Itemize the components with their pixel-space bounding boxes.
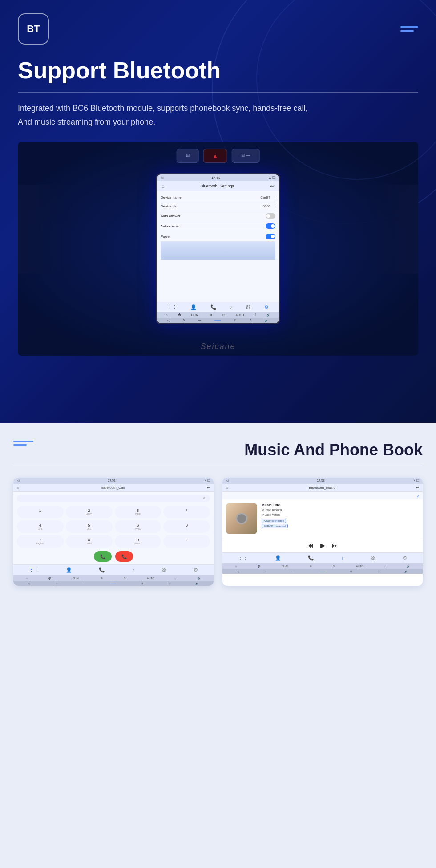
dial-8[interactable]: 8TUV bbox=[66, 535, 113, 548]
screen-ac-bar2: ◁ 0 — —— ⊓ 0 🔊 bbox=[157, 318, 279, 323]
music-ac2-back: ◁ bbox=[237, 570, 239, 573]
ac2-zero: 0 bbox=[183, 319, 185, 322]
section-divider bbox=[13, 466, 423, 466]
music-info: Music Title Music Album Music Artist A2D… bbox=[262, 503, 419, 529]
music-time: 17:53 bbox=[317, 479, 325, 483]
music-ac-snow: ❄ bbox=[310, 564, 312, 568]
music-nav-phone: 📞 bbox=[308, 555, 314, 561]
bt-logo: BT bbox=[18, 13, 49, 45]
call-nav-contacts: 👤 bbox=[66, 567, 72, 573]
car-display: ⊞ ⊞ — ◁ 17:53 ∧ ☐ ⌂ Bluetooth_Settings ↩ bbox=[18, 142, 418, 356]
music-ac-vol: 🔊 bbox=[407, 564, 410, 568]
device-name-row: Device name CarBT › bbox=[161, 193, 275, 202]
call-home-icon: ⌂ bbox=[17, 486, 19, 490]
auto-answer-row: Auto answer bbox=[161, 211, 275, 221]
menu-button[interactable] bbox=[400, 26, 418, 32]
call-nav-settings: ⚙ bbox=[194, 567, 198, 573]
bottom-section: Music And Phone Book ◁ 17:53 ∧ ☐ ⌂ Bluet… bbox=[0, 423, 436, 868]
screen-bottom-nav: ⋮⋮ 👤 📞 ♪ ⛓ ⚙ bbox=[157, 302, 279, 312]
search-placeholder bbox=[21, 496, 22, 500]
album-art bbox=[226, 503, 257, 534]
logo-text: BT bbox=[27, 23, 40, 35]
auto-connect-toggle[interactable] bbox=[266, 223, 275, 229]
ac-vol: 🔊 bbox=[266, 313, 270, 317]
ac-dual: DUAL bbox=[191, 313, 200, 317]
dial-3[interactable]: 3DEF bbox=[115, 506, 161, 518]
call-ac2-back: ◁ bbox=[28, 582, 30, 585]
description-text: Integrated with BC6 Bluetooth module, su… bbox=[18, 101, 418, 129]
dial-9[interactable]: 9WXYZ bbox=[115, 535, 161, 548]
music-nav-contacts: 👤 bbox=[275, 555, 281, 561]
music-controls: ⏮ ▶ ⏭ bbox=[222, 538, 423, 552]
call-ac-auto: AUTO bbox=[147, 577, 154, 580]
desc-line1: Integrated with BC6 Bluetooth module, su… bbox=[18, 104, 307, 113]
dial-hash[interactable]: # bbox=[163, 535, 210, 548]
dial-0[interactable]: 0- bbox=[163, 520, 210, 533]
music-ac-dual: DUAL bbox=[282, 565, 289, 568]
call-end-button[interactable]: 📞 bbox=[115, 551, 133, 562]
next-button[interactable]: ⏭ bbox=[332, 542, 338, 549]
auto-answer-toggle[interactable] bbox=[266, 213, 275, 219]
chevron-icon-1: › bbox=[274, 195, 275, 199]
title-divider bbox=[18, 92, 418, 93]
screen-nav-bar: ⌂ Bluetooth_Settings ↩ bbox=[157, 181, 279, 191]
call-status-icons: ∧ ☐ bbox=[204, 479, 210, 483]
auto-answer-label: Auto answer bbox=[161, 214, 180, 218]
music-title: Bluetooth_Music bbox=[309, 486, 335, 490]
a2dp-badge: A2DP connected bbox=[262, 519, 286, 523]
call-ac2-vol: 🔊 bbox=[195, 582, 198, 585]
nav-link-icon: ⛓ bbox=[246, 304, 251, 310]
call-green-button[interactable]: 📞 bbox=[94, 551, 112, 562]
call-nav-music: ♪ bbox=[132, 567, 135, 573]
dial-6[interactable]: 6MNO bbox=[115, 520, 161, 533]
auto-connect-label: Auto connect bbox=[161, 224, 182, 228]
brand-watermark: Seicane bbox=[200, 342, 235, 351]
call-back-icon: ↩ bbox=[207, 486, 210, 490]
ac2-back: ◁ bbox=[167, 319, 170, 322]
call-time: 17:53 bbox=[108, 479, 116, 483]
avrcp-badge: AVRCP connected bbox=[262, 524, 288, 528]
call-nav: ⌂ Bluetooth_Call ↩ bbox=[13, 484, 214, 492]
dial-star[interactable]: * bbox=[163, 506, 210, 518]
music-back-arrow: ◁ bbox=[226, 479, 228, 483]
dial-7[interactable]: 7PQRS bbox=[17, 535, 64, 548]
music-back-icon: ↩ bbox=[416, 486, 419, 490]
header-row: BT bbox=[18, 13, 418, 45]
music-home-icon: ⌂ bbox=[226, 486, 228, 490]
music-nav-music-active: ♪ bbox=[341, 555, 344, 561]
ac2-zero2: 0 bbox=[250, 319, 251, 322]
desc-line2: And music streaming from your phone. bbox=[18, 118, 155, 126]
car-right-panel bbox=[365, 185, 418, 274]
bottom-hamburger-line-1 bbox=[13, 441, 33, 442]
music-ac2-02: 0 bbox=[378, 570, 379, 573]
music-status-icons: ∧ ☐ bbox=[413, 479, 419, 483]
music-note-icon: ♪ bbox=[417, 493, 419, 498]
nav-music-icon: ♪ bbox=[230, 304, 233, 310]
ac-snow: ❄ bbox=[210, 313, 212, 317]
prev-button[interactable]: ⏮ bbox=[307, 542, 314, 549]
music-panel: ◁ 17:53 ∧ ☐ ⌂ Bluetooth_Music ↩ ♪ Music … bbox=[222, 478, 423, 586]
music-ac-rec: ⟳ bbox=[333, 564, 335, 568]
back-arrow: ◁ bbox=[161, 176, 163, 180]
dial-1[interactable]: 1 bbox=[17, 506, 64, 518]
dial-5[interactable]: 5JKL bbox=[66, 520, 113, 533]
music-ac2-slider: —— bbox=[319, 570, 325, 573]
ac-home: ⌂ bbox=[166, 313, 167, 317]
call-ac-pwr: ⏻ bbox=[48, 577, 51, 580]
play-button[interactable]: ▶ bbox=[320, 542, 325, 549]
ac-recycle: ⟳ bbox=[222, 313, 225, 317]
music-ac-pwr: ⏻ bbox=[258, 565, 260, 568]
call-ac-snow: ❄ bbox=[101, 576, 103, 580]
dial-2[interactable]: 2ABC bbox=[66, 506, 113, 518]
music-badges: A2DP connected AVRCP connected bbox=[262, 519, 419, 529]
music-artist-text: Music Artist bbox=[262, 513, 419, 517]
music-title-text: Music Title bbox=[262, 503, 419, 507]
dial-4[interactable]: 4GHI bbox=[17, 520, 64, 533]
bottom-menu-button[interactable] bbox=[13, 441, 33, 446]
music-ac-auto: AUTO bbox=[356, 565, 363, 568]
call-ac-arr: ⤴ bbox=[175, 577, 177, 580]
device-pin-row: Device pin 0000 › bbox=[161, 202, 275, 211]
car-buttons-row: ⊞ ⊞ — bbox=[177, 149, 260, 163]
power-toggle[interactable] bbox=[266, 234, 275, 239]
call-ac-home: ⌂ bbox=[26, 577, 28, 580]
